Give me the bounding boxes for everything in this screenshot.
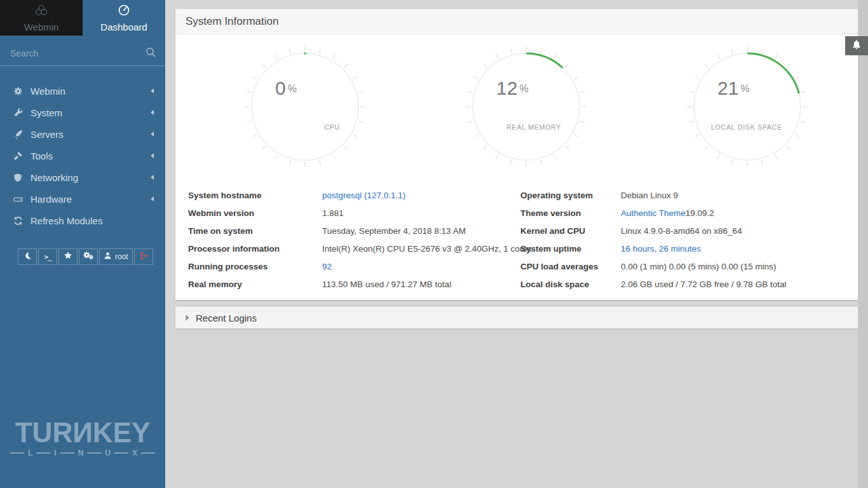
turnkey-linux-logo: TURИKEY LINUX [0, 418, 165, 458]
sidebar-item-networking[interactable]: Networking [0, 166, 165, 188]
gear-icon [13, 86, 23, 96]
info-value-link[interactable]: 16 hours, 26 minutes [621, 244, 701, 254]
sidebar-item-refresh-modules[interactable]: Refresh Modules [0, 210, 165, 231]
info-value-text: 19.09.2 [686, 208, 714, 218]
sidebar-item-system[interactable]: System [0, 102, 165, 123]
info-label: Time on system [188, 222, 322, 240]
logo-letter: U [105, 449, 111, 458]
local-disk-space-gauge: 21%LOCAL DISK SPACE [687, 46, 808, 167]
info-value: 92 [322, 257, 520, 275]
chevron-left-icon [151, 196, 154, 201]
info-value: Intel(R) Xeon(R) CPU E5-2676 v3 @ 2.40GH… [322, 240, 520, 257]
system-information-header: System Information [175, 9, 858, 34]
refresh-icon [13, 215, 23, 226]
info-value-text: 0.00 (1 min) 0.00 (5 mins) 0.00 (15 mins… [621, 262, 776, 271]
info-label: Kernel and CPU [520, 222, 621, 240]
info-value: 2.06 GB used / 7.72 GB free / 9.78 GB to… [621, 275, 858, 293]
info-value: Debian Linux 9 [621, 186, 858, 204]
info-label: System hostname [188, 186, 322, 204]
info-value-text: 1.881 [322, 208, 344, 218]
sidebar-item-label: System [31, 107, 62, 118]
sidebar-item-label: Webmin [31, 86, 65, 97]
info-value: 1.881 [322, 204, 520, 222]
svg-text:LOCAL DISK SPACE: LOCAL DISK SPACE [711, 123, 782, 131]
webmin-logo-icon [34, 4, 48, 19]
cpu-gauge: 0%CPU [245, 46, 365, 167]
info-label: Operating system [520, 186, 621, 204]
sidebar-item-label: Networking [31, 172, 78, 183]
info-label: System uptime [520, 240, 621, 257]
info-value-text: Debian Linux 9 [621, 191, 678, 200]
info-value: 113.50 MB used / 971.27 MB total [322, 275, 520, 293]
info-value-text: Tuesday, September 4, 2018 8:13 AM [322, 226, 466, 236]
sidebar-search [0, 41, 165, 66]
sidebar-menu: Webmin System Servers [0, 80, 165, 231]
logo-dash [141, 452, 155, 454]
hdd-icon [13, 194, 23, 204]
dashboard-gauge-icon [118, 4, 130, 19]
user-icon [104, 251, 112, 262]
sidebar-item-label: Tools [31, 151, 53, 161]
chevron-left-icon [151, 132, 154, 137]
notifications-button[interactable] [845, 36, 868, 55]
tab-webmin[interactable]: Webmin [0, 0, 83, 36]
settings-button[interactable] [79, 248, 98, 265]
svg-text:CPU: CPU [324, 123, 340, 131]
logo-dash [10, 452, 24, 454]
terminal-button[interactable]: >_ [38, 248, 57, 265]
gears-icon [83, 251, 93, 262]
sidebar-item-tools[interactable]: Tools [0, 145, 165, 166]
chevron-left-icon [151, 110, 154, 115]
recent-logins-panel[interactable]: Recent Logins [175, 307, 858, 329]
sidebar-item-hardware[interactable]: Hardware [0, 188, 165, 210]
sidebar-item-servers[interactable]: Servers [0, 123, 165, 145]
chevron-right-icon [186, 315, 189, 321]
chevron-left-icon [151, 175, 154, 180]
bell-icon [851, 39, 862, 52]
logo-dash [36, 452, 50, 454]
system-information-panel: System Information 0%CPU 12%REAL MEMORY … [175, 9, 858, 300]
wrench-icon [13, 107, 23, 118]
logout-button[interactable] [134, 248, 153, 265]
star-icon [64, 251, 72, 262]
sidebar-item-webmin[interactable]: Webmin [0, 80, 165, 102]
rocket-icon [13, 129, 23, 139]
info-value: Tuesday, September 4, 2018 8:13 AM [322, 222, 520, 240]
logo-letter: L [28, 449, 32, 458]
favorites-button[interactable] [58, 248, 78, 265]
logo-letter: I [54, 449, 56, 458]
info-label: Processor information [188, 240, 322, 257]
tools-icon [13, 151, 23, 161]
info-value-link[interactable]: 92 [322, 262, 332, 271]
linux-logo-text: LINUX [0, 449, 165, 458]
system-info-grid: System hostnamepostgresql (127.0.1.1)Ope… [175, 186, 858, 293]
info-label: Webmin version [188, 204, 322, 222]
info-value: Authentic Theme 19.09.2 [621, 204, 858, 222]
sidebar-item-label: Refresh Modules [31, 215, 102, 226]
info-value: 16 hours, 26 minutes [621, 240, 858, 257]
sidebar: Webmin Dashboard We [0, 0, 165, 488]
chevron-left-icon [151, 153, 154, 158]
info-value-link[interactable]: Authentic Theme [621, 208, 686, 218]
terminal-icon: >_ [44, 253, 51, 261]
logo-letter: X [132, 449, 137, 458]
search-input[interactable] [0, 41, 165, 65]
sign-out-icon [139, 251, 148, 262]
info-label: CPU load averages [520, 257, 621, 275]
user-name-label: root [115, 252, 128, 261]
logo-dash [60, 452, 74, 454]
main-content: System Information 0%CPU 12%REAL MEMORY … [165, 0, 868, 488]
info-value: postgresql (127.0.1.1) [322, 186, 520, 204]
tab-webmin-label: Webmin [24, 22, 59, 32]
night-mode-button[interactable] [18, 248, 37, 265]
info-value-link[interactable]: postgresql (127.0.1.1) [322, 191, 405, 200]
info-label: Theme version [520, 204, 621, 222]
recent-logins-title: Recent Logins [196, 313, 257, 323]
tab-dashboard[interactable]: Dashboard [83, 0, 165, 36]
sidebar-item-label: Hardware [31, 194, 72, 205]
scrollbar-track[interactable] [858, 0, 868, 488]
info-value-text: Linux 4.9.0-8-amd64 on x86_64 [621, 226, 742, 236]
user-button[interactable]: root [99, 248, 133, 265]
moon-icon [24, 251, 32, 262]
search-icon[interactable] [146, 47, 156, 60]
